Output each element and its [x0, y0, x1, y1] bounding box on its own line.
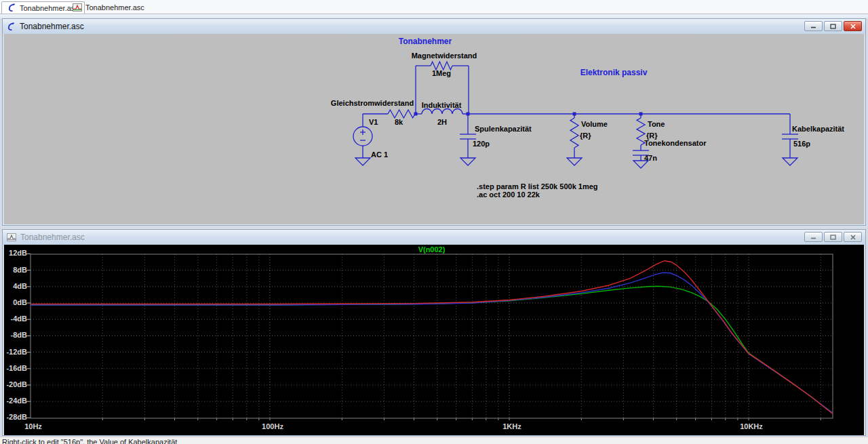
schematic-canvas[interactable]: Tonabnehmer Elektronik passiv Magnetwide… — [4, 34, 864, 224]
x-axis-label: 100Hz — [245, 422, 300, 430]
minimize-button[interactable] — [804, 21, 823, 31]
label-induktivitaet[interactable]: Induktivität — [401, 101, 482, 110]
y-axis-label: -16dB — [4, 364, 27, 372]
window-title: Tonabnehmer.asc — [20, 233, 85, 242]
status-text: Right-click to edit "516p", the Value of… — [2, 438, 177, 444]
schematic-title-bar[interactable]: Tonabnehmer.asc — [3, 19, 865, 34]
waveform-title-bar[interactable]: Tonabnehmer.asc — [3, 230, 865, 245]
tab-label: Tonabnehmer.asc — [85, 3, 144, 12]
x-axis-label: 10KHz — [724, 422, 778, 430]
value-volume-r[interactable]: {R} — [580, 132, 591, 140]
close-button[interactable] — [844, 232, 862, 242]
value-2h[interactable]: 2H — [429, 118, 456, 127]
y-axis-label: -8dB — [4, 331, 27, 339]
label-tonekondensator[interactable]: Tonekondensator — [644, 139, 706, 148]
value-8k[interactable]: 8k — [395, 118, 403, 127]
y-axis-label: -24dB — [4, 397, 27, 405]
comment-tonabnehmer[interactable]: Tonabnehmer — [374, 37, 476, 46]
tab-waveform[interactable]: Tonabnehmer.asc — [67, 1, 150, 14]
comment-elektronik-passiv[interactable]: Elektronik passiv — [563, 68, 665, 77]
maximize-button[interactable] — [824, 232, 842, 242]
trace-v-n002-step-2 — [31, 273, 833, 413]
value-120p[interactable]: 120p — [473, 140, 490, 148]
y-axis-label: -28dB — [4, 413, 27, 421]
value-516p[interactable]: 516p — [793, 140, 810, 148]
waveform-icon — [73, 3, 82, 12]
label-volume[interactable]: Volume — [581, 120, 608, 129]
maximize-button[interactable] — [824, 21, 842, 31]
waveform-icon — [7, 233, 16, 241]
y-axis-label: 0dB — [4, 298, 27, 306]
schematic-window: Tonabnehmer.asc Tonabnehmer Elektronik p… — [2, 18, 866, 226]
y-axis-label: 8dB — [4, 266, 27, 274]
schematic-drawing — [4, 34, 864, 224]
label-magnetwiderstand[interactable]: Magnetwiderstand — [390, 52, 498, 60]
plot-canvas[interactable]: V(n002) 12dB8dB4dB0dB-4dB-8dB-12dB-16dB-… — [4, 245, 864, 435]
schematic-icon — [7, 3, 16, 12]
directive-ac-analysis[interactable]: .ac oct 200 10 22k — [477, 190, 540, 199]
close-button[interactable] — [844, 21, 862, 31]
y-axis-label: -20dB — [4, 380, 27, 388]
label-spulenkapazitaet[interactable]: Spulenkapazität — [475, 125, 532, 134]
document-tab-bar: Tonabnehmer.asc Tonabnehmer.asc — [0, 0, 868, 14]
x-axis-label: 10Hz — [6, 422, 60, 430]
x-axis-label: 1KHz — [485, 422, 539, 430]
value-ac1[interactable]: AC 1 — [371, 150, 388, 159]
trace-legend[interactable]: V(n002) — [31, 245, 833, 254]
waveform-window: Tonabnehmer.asc V(n002) 12dB8dB4dB0dB-4d… — [2, 229, 866, 436]
y-axis-label: -4dB — [4, 315, 27, 323]
value-magnetwiderstand[interactable]: 1Meg — [408, 69, 475, 78]
y-axis-label: -12dB — [4, 348, 27, 356]
label-v1[interactable]: V1 — [369, 118, 378, 127]
label-tone[interactable]: Tone — [648, 120, 665, 129]
trace-v-n002-step-3 — [31, 261, 833, 414]
label-kabelkapazitaet[interactable]: Kabelkapazität — [792, 125, 844, 134]
schematic-icon — [7, 22, 16, 31]
window-title: Tonabnehmer.asc — [20, 22, 84, 31]
value-47n[interactable]: 47n — [644, 154, 657, 163]
status-bar: Right-click to edit "516p", the Value of… — [0, 437, 868, 444]
frequency-response-plot[interactable] — [4, 245, 864, 435]
y-axis-label: 4dB — [4, 282, 27, 290]
minimize-button[interactable] — [804, 232, 823, 242]
y-axis-label: 12dB — [4, 249, 27, 257]
